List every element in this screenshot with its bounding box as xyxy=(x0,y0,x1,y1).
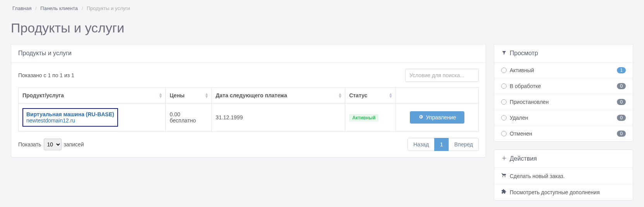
entries-label: записей xyxy=(64,141,84,148)
filter-label: В обработке xyxy=(510,83,541,89)
gear-icon xyxy=(418,114,424,120)
radio-icon xyxy=(501,131,507,136)
page-next-button[interactable]: Вперед xyxy=(449,138,479,151)
breadcrumb: Главная / Панель клиента / Продукты и ус… xyxy=(11,0,633,15)
radio-icon xyxy=(501,68,507,73)
show-label: Показать xyxy=(18,141,41,148)
breadcrumb-sep: / xyxy=(79,5,86,11)
plus-icon xyxy=(501,155,507,162)
filter-label: Приостановлен xyxy=(510,99,549,105)
filter-label: Удален xyxy=(510,115,528,121)
filter-terminated[interactable]: Удален 0 xyxy=(494,110,633,126)
status-badge: Активный xyxy=(349,114,379,122)
products-panel: Продукты и услуги Показано с 1 по 1 из 1… xyxy=(11,44,486,158)
pagination: Назад 1 Вперед xyxy=(408,138,479,151)
page-title: Продукты и услуги xyxy=(11,20,633,36)
filter-canceled[interactable]: Отменен 0 xyxy=(494,126,633,141)
count-badge: 1 xyxy=(617,67,626,73)
filter-icon xyxy=(501,50,507,57)
col-status[interactable]: Статус ▲▼ xyxy=(345,88,396,104)
action-label: Посмотреть доступные дополнения xyxy=(510,189,599,195)
count-badge: 0 xyxy=(617,83,626,89)
puzzle-icon xyxy=(501,189,507,195)
breadcrumb-sep: / xyxy=(33,5,39,11)
count-badge: 0 xyxy=(617,131,626,137)
filter-suspended[interactable]: Приостановлен 0 xyxy=(494,94,633,110)
sort-icon: ▲▼ xyxy=(338,93,342,98)
manage-button-label: Управление xyxy=(426,114,456,120)
col-actions xyxy=(396,88,478,104)
sort-icon: ▲▼ xyxy=(389,93,392,98)
col-price-label: Цены xyxy=(170,92,185,98)
view-panel: Просмотр Активный 1 В обработке 0 Приост… xyxy=(494,44,633,142)
col-product-label: Продукт/услуга xyxy=(22,92,64,98)
price-amount: 0.00 xyxy=(170,111,207,117)
table-row: Виртуальная машина (RU-BASE) newtestdoma… xyxy=(19,104,479,132)
count-badge: 0 xyxy=(617,99,626,105)
filter-active[interactable]: Активный 1 xyxy=(494,63,633,78)
records-info: Показано с 1 по 1 из 1 xyxy=(18,72,74,78)
product-domain: newtestdomain12.ru xyxy=(26,117,114,124)
view-panel-title: Просмотр xyxy=(510,50,538,57)
filter-label: Активный xyxy=(510,67,534,73)
actions-panel-title: Действия xyxy=(510,155,537,162)
action-new-order[interactable]: Сделать новый заказ. xyxy=(494,168,633,184)
action-label: Сделать новый заказ. xyxy=(510,173,565,179)
sort-icon: ▲▼ xyxy=(204,93,208,98)
cart-icon xyxy=(501,173,507,179)
product-link[interactable]: Виртуальная машина (RU-BASE) newtestdoma… xyxy=(22,108,118,127)
search-input[interactable] xyxy=(405,69,479,82)
filter-pending[interactable]: В обработке 0 xyxy=(494,78,633,94)
breadcrumb-home[interactable]: Главная xyxy=(12,5,31,11)
radio-icon xyxy=(501,115,507,120)
manage-button[interactable]: Управление xyxy=(410,111,465,124)
price-cell: 0.00 бесплатно xyxy=(166,104,212,132)
page-size-select[interactable]: 10 xyxy=(44,139,62,150)
radio-icon xyxy=(501,83,507,89)
col-next-due-label: Дата следующего платежа xyxy=(216,92,287,98)
products-table: Продукт/услуга ▲▼ Цены ▲▼ Дата следующег… xyxy=(18,87,479,132)
products-panel-title: Продукты и услуги xyxy=(11,44,486,63)
col-price[interactable]: Цены ▲▼ xyxy=(166,88,212,104)
col-product[interactable]: Продукт/услуга ▲▼ xyxy=(19,88,166,104)
radio-icon xyxy=(501,99,507,105)
filter-label: Отменен xyxy=(510,131,532,137)
action-view-addons[interactable]: Посмотреть доступные дополнения xyxy=(494,184,633,200)
price-cycle: бесплатно xyxy=(170,117,207,124)
count-badge: 0 xyxy=(617,115,626,121)
breadcrumb-current: Продукты и услуги xyxy=(87,5,130,11)
col-status-label: Статус xyxy=(349,92,367,98)
col-next-due[interactable]: Дата следующего платежа ▲▼ xyxy=(212,88,345,104)
actions-panel: Действия Сделать новый заказ. Посмотреть… xyxy=(494,149,633,200)
sort-icon: ▲▼ xyxy=(159,93,163,98)
page-prev-button[interactable]: Назад xyxy=(408,138,435,151)
product-name: Виртуальная машина (RU-BASE) xyxy=(26,111,114,117)
page-1-button[interactable]: 1 xyxy=(434,138,449,151)
breadcrumb-panel[interactable]: Панель клиента xyxy=(40,5,78,11)
next-due-cell: 31.12.1999 xyxy=(212,104,345,132)
